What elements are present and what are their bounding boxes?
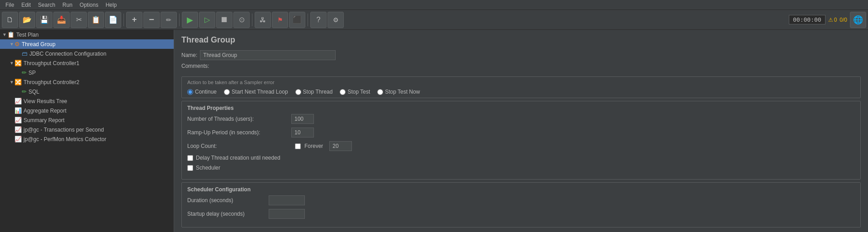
radio-stop-test-input[interactable] [340,89,346,95]
save-as-button[interactable]: 📥 [53,12,70,28]
name-section: Name: Comments: [174,48,868,74]
start-no-pause-button[interactable]: ▷ [199,12,215,28]
menu-help[interactable]: Help [102,1,120,9]
menu-file[interactable]: File [2,1,18,9]
stop-button[interactable]: ⏹ [216,12,232,28]
tree-label: jp@gc - Transactions per Second [24,127,104,133]
scheduler-label: Scheduler [196,165,220,171]
thread-properties-title: Thread Properties [187,103,855,114]
timer-display: 00:00:00 [789,15,825,24]
radio-start-next-input[interactable] [224,89,230,95]
tree-label: Aggregate Report [24,108,66,114]
radio-stop-test-label: Stop Test [347,89,370,95]
action-box-title: Action to be taken after a Sampler error [187,80,855,85]
radio-stop-test-now-input[interactable] [377,89,383,95]
remote-all-button[interactable]: ⚙ [327,12,344,28]
action-box: Action to be taken after a Sampler error… [181,76,861,98]
radio-continue[interactable]: Continue [187,89,217,95]
radio-start-next-label: Start Next Thread Loop [232,89,288,95]
action-radio-group: Continue Start Next Thread Loop Stop Thr… [187,89,855,95]
name-input[interactable] [200,50,336,60]
forever-label: Forever [304,143,323,149]
comments-row: Comments: [181,63,861,69]
tree-item-jdbc-config[interactable]: 🗃JDBC Connection Configuration [0,49,174,58]
throughput-ctrl2-icon: 🔀 [14,79,22,85]
tree-item-view-results-tree[interactable]: 📈View Results Tree [0,96,174,106]
radio-stop-thread-input[interactable] [295,89,301,95]
startup-delay-input[interactable] [269,209,305,219]
radio-continue-input[interactable] [187,89,193,95]
duration-label: Duration (seconds) [187,197,269,204]
panel-title: Thread Group [174,30,868,48]
tree-toggle[interactable]: ▼ [2,32,7,37]
tree-item-aggregate-report[interactable]: 📊Aggregate Report [0,106,174,115]
collapse-button[interactable]: − [143,12,160,28]
status-button[interactable]: 🌐 [850,12,866,28]
tree-label: Thread Group [22,41,56,47]
name-label: Name: [181,52,197,58]
sql-icon: ✏ [22,88,27,95]
duration-input[interactable] [269,195,305,205]
tree-label: Throughput Controller2 [24,79,79,85]
forever-checkbox[interactable] [295,143,301,149]
tree-label: SQL [28,89,39,95]
thread-group-icon: ⚙ [14,41,20,47]
tree-toggle[interactable]: ▼ [9,42,14,47]
num-threads-input[interactable] [291,114,314,124]
menu-options[interactable]: Options [76,1,102,9]
startup-delay-row: Startup delay (seconds) [187,209,855,219]
radio-stop-thread[interactable]: Stop Thread [295,89,333,95]
tree-label: Throughput Controller1 [24,60,79,66]
tree-label: Summary Report [24,117,65,123]
menu-run[interactable]: Run [59,1,76,9]
record-button[interactable]: ⬛ [289,12,305,28]
paste-button[interactable]: 📄 [105,12,121,28]
tree-item-perfmon-metrics[interactable]: 📈jp@gc - PerfMon Metrics Collector [0,134,174,144]
loop-count-row: Loop Count: Forever [187,141,855,151]
copy-button[interactable]: 📋 [88,12,104,28]
tree-item-sp[interactable]: ✏SP [0,68,174,77]
comments-label: Comments: [181,63,209,69]
open-button[interactable]: 📂 [19,12,35,28]
duration-row: Duration (seconds) [187,195,855,205]
error-count: 0/0 [840,17,847,23]
scheduler-checkbox[interactable] [187,165,193,171]
tree-item-transactions-per-second[interactable]: 📈jp@gc - Transactions per Second [0,125,174,134]
tree-item-throughput-ctrl1[interactable]: ▼🔀Throughput Controller1 [0,58,174,68]
menu-bar: File Edit Search Run Options Help [0,0,868,10]
expand-button[interactable]: + [126,12,142,28]
tree-label: View Results Tree [24,98,67,104]
new-button[interactable]: 🗋 [2,12,18,28]
radio-stop-test[interactable]: Stop Test [340,89,370,95]
save-button[interactable]: 💾 [36,12,52,28]
start-button[interactable]: ▶ [182,12,198,28]
radio-stop-test-now[interactable]: Stop Test Now [377,89,420,95]
menu-search[interactable]: Search [34,1,59,9]
view-results-tree-icon: 📈 [14,98,22,104]
tree-item-test-plan[interactable]: ▼📋Test Plan [0,30,174,39]
tree-toggle[interactable]: ▼ [9,61,14,66]
cut-button[interactable]: ✂ [71,12,87,28]
delay-thread-checkbox[interactable] [187,155,193,161]
tree-toggle[interactable]: ▼ [9,80,14,85]
help-button[interactable]: ? [310,12,327,28]
tree-item-throughput-ctrl2[interactable]: ▼🔀Throughput Controller2 [0,77,174,87]
remote-start-button[interactable]: 🖧 [255,12,271,28]
shutdown-button[interactable]: ⊙ [233,12,250,28]
scheduler-row: Scheduler [187,165,855,171]
tree-item-summary-report[interactable]: 📈Summary Report [0,115,174,125]
radio-stop-thread-label: Stop Thread [303,89,333,95]
num-threads-label: Number of Threads (users): [187,116,291,122]
remote-stop-button[interactable]: ⚑ [272,12,288,28]
perfmon-metrics-icon: 📈 [14,136,22,142]
tree-label: SP [28,70,36,76]
tree-item-thread-group[interactable]: ▼⚙Thread Group [0,39,174,49]
tree-item-sql[interactable]: ✏SQL [0,87,174,96]
menu-edit[interactable]: Edit [18,1,34,9]
ramp-up-input[interactable] [291,128,314,137]
clear-button[interactable]: ✏ [161,12,177,28]
ramp-up-label: Ramp-Up Period (in seconds): [187,129,291,136]
separator-1 [123,14,124,26]
loop-count-input[interactable] [329,141,352,151]
radio-start-next[interactable]: Start Next Thread Loop [224,89,288,95]
